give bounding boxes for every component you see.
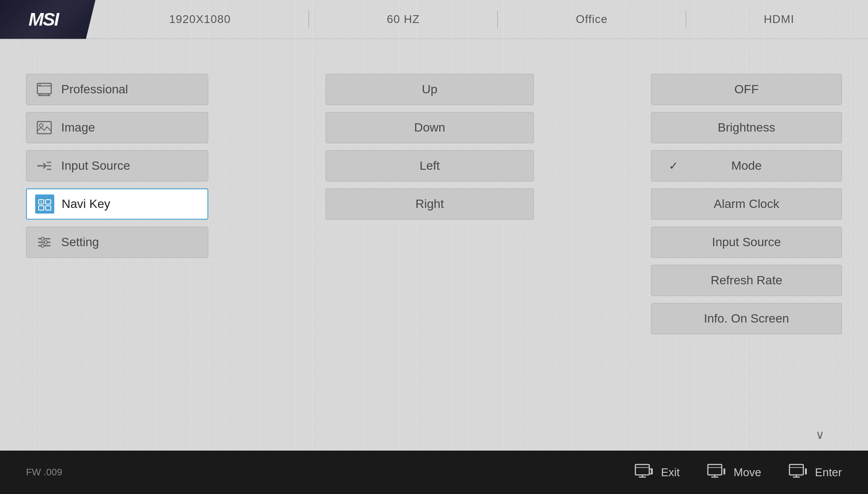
mode-display: Office — [576, 13, 608, 26]
input-source-label: Input Source — [61, 159, 130, 173]
right-column: OFF Brightness ✓ Mode Alarm Clock Input … — [651, 74, 842, 334]
nav-btn-down-label: Down — [414, 121, 445, 135]
svg-rect-6 — [37, 122, 51, 134]
setting-label: Setting — [61, 235, 99, 249]
svg-rect-28 — [708, 464, 722, 475]
bottom-bar: FW .009 Exit — [0, 451, 868, 494]
svg-rect-15 — [46, 206, 51, 210]
bottom-controls: Exit Move — [633, 461, 868, 483]
right-item-brightness[interactable]: Brightness — [651, 112, 842, 143]
right-item-mode[interactable]: ✓ Mode — [651, 150, 842, 181]
refresh-rate-display: 60 HZ — [387, 13, 420, 26]
enter-icon — [787, 461, 809, 483]
image-label: Image — [61, 121, 95, 135]
header-divider-3 — [686, 11, 686, 28]
right-item-mode-label: Mode — [731, 159, 762, 173]
header-info: 1920X1080 60 HZ Office HDMI — [95, 11, 868, 28]
professional-icon — [35, 80, 53, 99]
right-item-info-on-screen[interactable]: Info. On Screen — [651, 303, 842, 334]
nav-btn-right-label: Right — [415, 197, 444, 211]
center-column: Up Down Left Right — [208, 74, 651, 220]
scroll-down-indicator: ∨ — [815, 428, 825, 442]
right-item-refresh-rate-label: Refresh Rate — [711, 273, 783, 287]
nav-btn-down[interactable]: Down — [326, 112, 534, 143]
svg-rect-34 — [789, 464, 803, 475]
input-display: HDMI — [764, 13, 794, 26]
sidebar-item-image[interactable]: Image — [26, 112, 208, 143]
resolution-display: 1920X1080 — [169, 13, 231, 26]
exit-label: Exit — [661, 466, 680, 479]
move-button[interactable]: Move — [706, 461, 761, 483]
right-item-input-source[interactable]: Input Source — [651, 227, 842, 258]
image-icon — [35, 119, 53, 137]
svg-rect-13 — [46, 200, 51, 204]
input-source-icon — [35, 157, 53, 175]
enter-button[interactable]: Enter — [787, 461, 842, 483]
logo-area: MSI — [0, 0, 95, 39]
svg-point-21 — [45, 241, 48, 244]
fw-version: FW .009 — [26, 467, 62, 478]
svg-point-22 — [41, 244, 44, 247]
svg-rect-23 — [635, 464, 649, 475]
nav-btn-up-label: Up — [422, 82, 437, 96]
right-item-off-label: OFF — [734, 82, 759, 96]
mode-checkmark: ✓ — [669, 159, 678, 173]
right-item-input-source-label: Input Source — [712, 235, 781, 249]
header: MSI 1920X1080 60 HZ Office HDMI — [0, 0, 868, 39]
sidebar-item-professional[interactable]: Professional — [26, 74, 208, 105]
navi-key-icon — [36, 195, 54, 213]
right-item-info-on-screen-label: Info. On Screen — [704, 312, 789, 326]
navi-key-label: Navi Key — [62, 197, 110, 211]
right-item-off[interactable]: OFF — [651, 74, 842, 105]
right-item-refresh-rate[interactable]: Refresh Rate — [651, 265, 842, 296]
msi-logo: MSI — [29, 9, 59, 30]
enter-label: Enter — [815, 466, 842, 479]
main-content: Professional Image — [0, 39, 868, 451]
professional-label: Professional — [61, 82, 128, 96]
nav-btn-left-label: Left — [420, 159, 440, 173]
svg-point-7 — [39, 124, 43, 127]
right-item-alarm-clock[interactable]: Alarm Clock — [651, 188, 842, 220]
exit-icon — [633, 461, 655, 483]
right-item-brightness-label: Brightness — [718, 121, 775, 135]
nav-btn-left[interactable]: Left — [326, 150, 534, 181]
sidebar: Professional Image — [26, 74, 208, 258]
header-divider-1 — [309, 11, 309, 28]
move-icon — [706, 461, 727, 483]
nav-btn-up[interactable]: Up — [326, 74, 534, 105]
right-item-alarm-clock-label: Alarm Clock — [714, 197, 779, 211]
svg-point-20 — [41, 237, 44, 240]
header-divider-2 — [497, 11, 498, 28]
exit-button[interactable]: Exit — [633, 461, 680, 483]
setting-icon — [35, 233, 53, 251]
sidebar-item-setting[interactable]: Setting — [26, 227, 208, 258]
svg-rect-2 — [39, 85, 41, 86]
sidebar-item-input-source[interactable]: Input Source — [26, 150, 208, 181]
svg-rect-14 — [39, 206, 44, 210]
svg-rect-38 — [805, 468, 807, 474]
nav-btn-right[interactable]: Right — [326, 188, 534, 220]
move-label: Move — [733, 466, 761, 479]
sidebar-item-navi-key[interactable]: Navi Key — [26, 188, 208, 220]
svg-rect-27 — [651, 468, 653, 474]
